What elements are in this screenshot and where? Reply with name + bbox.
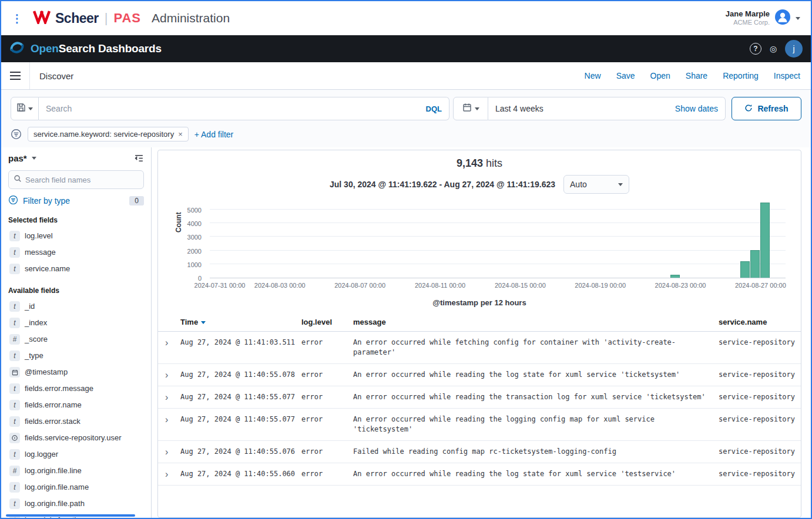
field-name: fields.error.stack xyxy=(25,416,80,427)
user-avatar-icon[interactable] xyxy=(774,9,791,28)
toolbar-action-share[interactable]: Share xyxy=(686,71,707,80)
field-item[interactable]: tlog.level xyxy=(8,228,144,244)
histogram-bar[interactable] xyxy=(750,250,760,278)
histogram-chart: Count 010002000300040005000 2024-07-31 0… xyxy=(173,202,786,291)
expand-row-icon[interactable]: › xyxy=(163,332,180,348)
search-input[interactable] xyxy=(46,104,426,113)
field-item[interactable]: fields.service-repository.user xyxy=(8,430,144,446)
toolbar-action-open[interactable]: Open xyxy=(650,71,670,80)
cell-time: Aug 27, 2024 @ 11:40:55.077 xyxy=(180,386,301,408)
hamburger-menu-icon[interactable] xyxy=(1,62,30,89)
field-item[interactable]: @timestamp xyxy=(8,364,144,380)
expand-row-icon[interactable]: › xyxy=(163,409,180,424)
field-item[interactable]: t_id xyxy=(8,298,144,315)
string-type-icon: t xyxy=(9,351,20,361)
field-item[interactable]: #log.origin.file.line xyxy=(8,463,144,479)
expand-row-icon[interactable]: › xyxy=(163,364,180,380)
refresh-button[interactable]: Refresh xyxy=(732,97,801,120)
app-nav-bar: Discover NewSaveOpenShareReportingInspec… xyxy=(1,62,811,90)
user-menu-chevron-icon[interactable] xyxy=(796,17,800,20)
cell-message: An error occurred while reading the tran… xyxy=(353,386,719,408)
index-pattern-chevron-icon[interactable] xyxy=(32,157,36,160)
cell-log-level: error xyxy=(301,332,353,353)
saved-query-button[interactable] xyxy=(11,97,39,120)
index-pattern-selector[interactable]: pas* xyxy=(8,153,27,163)
field-item[interactable]: tlog.origin.file.path xyxy=(8,496,144,512)
string-type-icon: t xyxy=(9,449,20,460)
gridline xyxy=(210,209,786,210)
y-tick-label: 3000 xyxy=(187,234,202,241)
query-language-button[interactable]: DQL xyxy=(426,105,442,113)
field-item[interactable]: tfields.error.stack xyxy=(8,413,144,430)
field-item[interactable]: tfields.error.message xyxy=(8,380,144,397)
field-name: fields.error.name xyxy=(25,400,82,410)
toolbar-action-reporting[interactable]: Reporting xyxy=(723,71,759,80)
user-name: Jane Marple xyxy=(726,9,770,19)
expand-row-icon[interactable]: › xyxy=(163,463,180,479)
interval-select[interactable]: Auto xyxy=(563,175,629,194)
field-name: log.level xyxy=(25,231,53,241)
opensearch-logo-icon xyxy=(9,40,25,58)
field-name: fields.error.message xyxy=(25,383,93,394)
field-name: fields.service-repository.user xyxy=(25,433,121,443)
field-item[interactable]: tfields.error.name xyxy=(8,397,144,413)
y-tick-label: 5000 xyxy=(187,207,202,214)
column-header-time[interactable]: Time xyxy=(180,313,301,331)
user-meta: Jane Marple ACME Corp. xyxy=(726,9,770,27)
collapse-sidebar-icon[interactable] xyxy=(134,153,144,163)
field-item[interactable]: t_index xyxy=(8,315,144,331)
opensearch-header: OpenSearch Dashboards ? ◎ j xyxy=(1,35,811,62)
available-fields-heading: Available fields xyxy=(8,287,144,295)
y-tick-label: 2000 xyxy=(187,248,202,255)
string-type-icon: t xyxy=(9,383,20,394)
app-menu-icon[interactable]: ⋮ xyxy=(9,12,25,25)
whats-new-icon[interactable]: ◎ xyxy=(767,43,779,55)
column-header-message[interactable]: message xyxy=(353,313,719,331)
page: ⋮ Scheer | PAS Administration Jane Marpl… xyxy=(0,0,812,519)
horizontal-scrollbar[interactable] xyxy=(6,514,135,517)
histogram-bar[interactable] xyxy=(740,261,750,278)
x-tick-label: 2024-08-03 00:00 xyxy=(254,282,306,289)
osd-user-avatar[interactable]: j xyxy=(785,40,803,58)
x-tick-label: 2024-07-31 00:00 xyxy=(194,282,246,289)
x-axis-ticks: 2024-07-31 00:002024-08-03 00:002024-08-… xyxy=(210,282,786,291)
histogram-bar[interactable] xyxy=(670,275,680,278)
field-name: _type xyxy=(25,351,43,361)
y-tick-label: 4000 xyxy=(187,220,202,227)
expand-row-icon[interactable]: › xyxy=(163,386,180,402)
toolbar-action-inspect[interactable]: Inspect xyxy=(774,71,800,80)
toolbar-action-save[interactable]: Save xyxy=(616,71,635,80)
date-type-icon xyxy=(9,367,20,378)
time-range-control[interactable]: Last 4 weeks Show dates xyxy=(488,97,726,120)
expand-row-icon[interactable]: › xyxy=(163,441,180,457)
field-item[interactable]: tservice.name xyxy=(8,261,144,277)
opensearch-title: OpenSearch Dashboards xyxy=(31,42,162,55)
field-item[interactable]: #_score xyxy=(8,331,144,348)
field-item[interactable]: tlog.origin.file.name xyxy=(8,479,144,496)
date-picker-button[interactable] xyxy=(453,97,488,120)
filter-by-type-toggle[interactable]: Filter by type 0 xyxy=(8,195,144,207)
brand-separator: | xyxy=(105,11,108,26)
user-org: ACME Corp. xyxy=(726,19,770,27)
filter-options-icon[interactable] xyxy=(11,129,22,140)
string-type-icon: t xyxy=(9,498,20,509)
remove-filter-icon[interactable]: × xyxy=(178,130,183,139)
field-item[interactable]: tlog.logger xyxy=(8,446,144,463)
help-icon[interactable]: ? xyxy=(750,43,761,55)
field-name: log.logger xyxy=(25,449,58,460)
field-item[interactable]: t_type xyxy=(8,348,144,364)
column-header-log-level[interactable]: log.level xyxy=(301,313,353,331)
add-filter-link[interactable]: + Add filter xyxy=(194,130,234,139)
column-header-service-name[interactable]: service.name xyxy=(719,313,801,331)
toolbar-action-new[interactable]: New xyxy=(585,71,601,80)
field-name: @timestamp xyxy=(25,367,68,378)
show-dates-link[interactable]: Show dates xyxy=(675,104,718,113)
histogram-bar[interactable] xyxy=(760,203,770,278)
filter-pill[interactable]: service.name.keyword: service-repository… xyxy=(28,127,189,141)
field-item[interactable]: tmessage xyxy=(8,244,144,261)
table-row: ›Aug 27, 2024 @ 11:41:03.511errorAn erro… xyxy=(158,332,801,364)
cell-service-name: service-repository xyxy=(719,332,801,353)
field-search-input[interactable] xyxy=(25,176,139,184)
cell-service-name: service-repository xyxy=(719,409,801,430)
field-name: log.origin.file.name xyxy=(25,482,89,493)
